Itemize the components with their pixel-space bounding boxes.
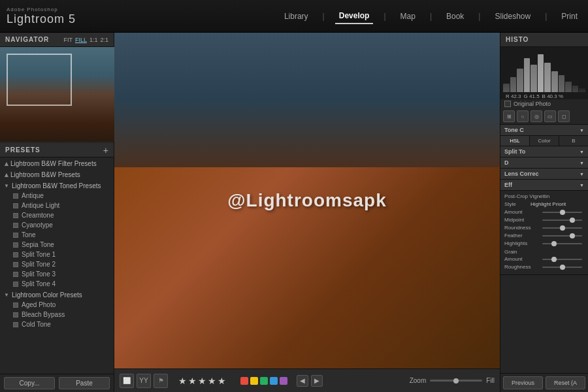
split-tone-label: Split To bbox=[504, 148, 525, 155]
feather-row: Feather bbox=[504, 233, 584, 238]
nav-1to1[interactable]: 1:1 bbox=[90, 37, 98, 43]
grain-roughness-slider[interactable] bbox=[542, 267, 582, 268]
amount-row: Amount bbox=[504, 209, 584, 215]
tab-color[interactable]: Color bbox=[530, 136, 559, 146]
effects-content: Post-Crop Vignettin Style Highlight Prio… bbox=[500, 191, 588, 275]
nav-2to1[interactable]: 2:1 bbox=[100, 37, 108, 43]
split-tone-header[interactable]: Split To ▼ bbox=[500, 146, 588, 157]
grain-amount-slider[interactable] bbox=[542, 259, 582, 260]
preset-group-bw-toned: ▼ Lightroom B&W Toned Presets Antique An… bbox=[0, 181, 114, 289]
image-area: @Lightroomsapk bbox=[114, 33, 500, 368]
tool-grid[interactable]: ⊞ bbox=[503, 110, 515, 122]
color-yellow[interactable] bbox=[250, 377, 258, 385]
flag-button[interactable]: ⚑ bbox=[154, 374, 168, 388]
nav-develop[interactable]: Develop bbox=[335, 8, 374, 24]
nav-library[interactable]: Library bbox=[280, 9, 312, 24]
prev-arrow[interactable]: ◀ bbox=[297, 375, 308, 387]
midpoint-slider[interactable] bbox=[542, 220, 582, 221]
star-1[interactable]: ★ bbox=[178, 376, 187, 386]
preset-group-color-header[interactable]: ▼ Lightroom Color Presets bbox=[0, 290, 114, 300]
tool-square[interactable]: ◻ bbox=[558, 110, 570, 122]
preset-icon bbox=[13, 233, 18, 238]
preset-cold-tone[interactable]: Cold Tone bbox=[0, 319, 114, 329]
highlights-slider[interactable] bbox=[542, 243, 582, 244]
mode-button[interactable]: YY bbox=[137, 374, 151, 388]
frame-tool-button[interactable]: ⬜ bbox=[120, 374, 134, 388]
color-blue[interactable] bbox=[270, 377, 278, 385]
next-arrow[interactable]: ▶ bbox=[311, 375, 323, 387]
preset-split-tone-3[interactable]: Split Tone 3 bbox=[0, 269, 114, 279]
nav-slideshow[interactable]: Slideshow bbox=[491, 9, 534, 24]
amount-slider[interactable] bbox=[542, 212, 582, 213]
color-green[interactable] bbox=[260, 377, 268, 385]
preset-aged-photo[interactable]: Aged Photo bbox=[0, 300, 114, 310]
grain-amount-label: Amount bbox=[504, 256, 540, 262]
color-red[interactable] bbox=[240, 377, 248, 385]
style-value: Highlight Priorit bbox=[531, 201, 584, 207]
grain-amount-thumb bbox=[551, 257, 557, 262]
preset-label: Split Tone 2 bbox=[22, 261, 56, 268]
tab-hsl[interactable]: HSL bbox=[500, 136, 530, 146]
zoom-slider[interactable] bbox=[430, 380, 482, 382]
star-3[interactable]: ★ bbox=[198, 376, 206, 386]
preset-icon bbox=[13, 322, 18, 327]
preset-icon bbox=[13, 302, 18, 308]
effects-header[interactable]: Eff ▼ bbox=[500, 180, 588, 191]
right-panel: Histo R 42.3 G 41.5 B 40.3 % bbox=[500, 33, 588, 392]
nav-fit[interactable]: FIT bbox=[63, 37, 73, 43]
nav-fill[interactable]: FILL bbox=[75, 37, 87, 43]
zoom-value: Fill bbox=[486, 377, 495, 384]
nav-sep-2: | bbox=[384, 12, 385, 21]
preset-antique-light[interactable]: Antique Light bbox=[0, 201, 114, 210]
preset-antique[interactable]: Antique bbox=[0, 191, 114, 201]
detail-header[interactable]: D ▼ bbox=[500, 157, 588, 169]
bottom-toolbar: ⬜ YY ⚑ ★ ★ ★ ★ ★ ◀ ▶ bbox=[114, 368, 500, 392]
tool-circle[interactable]: ○ bbox=[517, 110, 529, 122]
center-panel: @Lightroomsapk ⬜ YY ⚑ ★ ★ ★ ★ ★ bbox=[114, 33, 500, 392]
preset-cyanotype[interactable]: Cyanotype bbox=[0, 220, 114, 230]
preset-split-tone-4[interactable]: Split Tone 4 bbox=[0, 279, 114, 289]
star-2[interactable]: ★ bbox=[188, 376, 197, 386]
reset-button[interactable]: Reset (A bbox=[546, 376, 585, 389]
tool-target[interactable]: ◎ bbox=[531, 110, 542, 122]
feather-slider[interactable] bbox=[542, 235, 582, 237]
amount-thumb bbox=[560, 210, 565, 215]
roundness-slider[interactable] bbox=[542, 227, 582, 229]
group-label-bw: Lightroom B&W Presets bbox=[10, 171, 80, 178]
tab-bw[interactable]: B bbox=[559, 136, 588, 146]
presets-add-button[interactable]: + bbox=[103, 145, 108, 155]
nav-print[interactable]: Print bbox=[557, 9, 581, 24]
preset-group-bw-toned-header[interactable]: ▼ Lightroom B&W Toned Presets bbox=[0, 181, 114, 191]
paste-button[interactable]: Paste bbox=[59, 377, 110, 389]
previous-button[interactable]: Previous bbox=[503, 376, 543, 389]
lens-correction-header[interactable]: Lens Correc ▼ bbox=[500, 169, 588, 180]
preset-bleach-bypass[interactable]: Bleach Bypass bbox=[0, 310, 114, 319]
preset-sepia-tone[interactable]: Sepia Tone bbox=[0, 240, 114, 250]
nav-map[interactable]: Map bbox=[397, 9, 419, 24]
toolbar-left: ⬜ YY ⚑ bbox=[120, 374, 168, 388]
preset-icon bbox=[13, 312, 18, 318]
tone-curve-arrow: ▼ bbox=[580, 128, 584, 133]
preset-icon bbox=[13, 262, 18, 267]
adobe-label: Adobe Photoshop bbox=[7, 7, 76, 12]
grain-roughness-label: Roughness bbox=[504, 264, 540, 270]
preset-group-bw-filter-header[interactable]: ▶ Lightroom B&W Filter Presets bbox=[0, 159, 114, 169]
color-purple[interactable] bbox=[280, 377, 287, 385]
star-5[interactable]: ★ bbox=[218, 376, 226, 386]
original-photo-checkbox[interactable] bbox=[504, 101, 511, 107]
nav-book[interactable]: Book bbox=[442, 9, 468, 24]
copy-button[interactable]: Copy... bbox=[4, 377, 55, 389]
group-label-bw-filter: Lightroom B&W Filter Presets bbox=[10, 160, 97, 167]
histogram-area: R 42.3 G 41.5 B 40.3 % bbox=[500, 47, 588, 99]
preset-split-tone-2[interactable]: Split Tone 2 bbox=[0, 259, 114, 269]
split-tone-arrow: ▼ bbox=[580, 150, 584, 154]
preset-creamtone[interactable]: Creamtone bbox=[0, 210, 114, 220]
preset-group-bw-header[interactable]: ▶ Lightroom B&W Presets bbox=[0, 170, 114, 180]
preset-selenium-tone[interactable]: Tone bbox=[0, 230, 114, 240]
rating-stars[interactable]: ★ ★ ★ ★ ★ bbox=[178, 376, 226, 386]
tool-rect[interactable]: ▭ bbox=[544, 110, 556, 122]
zoom-section: Zoom Fill bbox=[410, 377, 495, 384]
tone-curve-header[interactable]: Tone C ▼ bbox=[500, 125, 588, 136]
preset-split-tone-1[interactable]: Split Tone 1 bbox=[0, 250, 114, 259]
star-4[interactable]: ★ bbox=[208, 376, 216, 386]
